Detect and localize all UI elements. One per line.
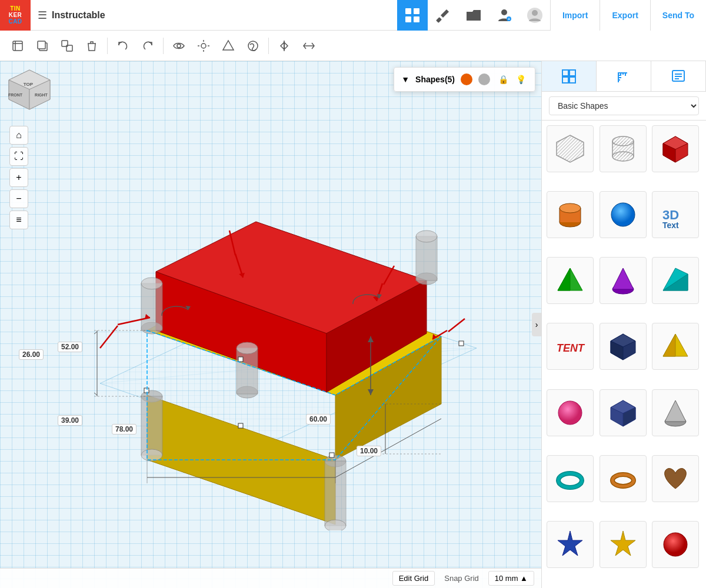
import-button[interactable]: Import bbox=[550, 0, 600, 31]
svg-rect-96 bbox=[570, 70, 575, 76]
shape-green-pyramid[interactable] bbox=[547, 257, 594, 304]
project-title: Instructable bbox=[52, 10, 105, 21]
shape-yellow-star[interactable] bbox=[600, 521, 647, 568]
shape-heart[interactable] bbox=[652, 455, 699, 502]
circle-button[interactable] bbox=[241, 34, 265, 58]
svg-marker-146 bbox=[665, 400, 686, 422]
edit-grid-button[interactable]: Edit Grid bbox=[392, 571, 435, 586]
menu-icon[interactable]: ☰ bbox=[38, 9, 47, 22]
shape-teal-wedge[interactable] bbox=[652, 257, 699, 304]
group-dropdown-icon[interactable]: ▼ bbox=[401, 75, 409, 84]
shape-yellow-pyramid[interactable] bbox=[652, 323, 699, 370]
svg-marker-151 bbox=[558, 531, 582, 556]
copy-button[interactable] bbox=[31, 34, 54, 58]
lock-button[interactable]: 🔒 bbox=[496, 72, 510, 86]
user-button[interactable]: + bbox=[489, 0, 519, 31]
svg-point-9 bbox=[532, 10, 538, 16]
shape-text-3d[interactable]: 3DText bbox=[652, 191, 699, 238]
export-button[interactable]: Export bbox=[600, 0, 650, 31]
svg-rect-2 bbox=[405, 16, 411, 22]
group-color-orange[interactable] bbox=[461, 74, 472, 85]
shape-cylinder-hole[interactable] bbox=[600, 125, 647, 172]
svg-line-86 bbox=[448, 319, 465, 332]
svg-line-66 bbox=[94, 332, 97, 334]
shape-box-hole[interactable] bbox=[547, 125, 594, 172]
group-icon-area: 🔒 💡 bbox=[496, 72, 528, 86]
svg-point-22 bbox=[248, 41, 258, 51]
shape-pink-sphere[interactable] bbox=[547, 389, 594, 436]
grid-view-button[interactable] bbox=[397, 0, 428, 31]
svg-point-122 bbox=[560, 203, 581, 213]
3d-scene[interactable] bbox=[0, 61, 541, 588]
shape-torus[interactable] bbox=[547, 455, 594, 502]
canvas-area[interactable]: TOP FRONT RIGHT ⌂ ⛶ + − ≡ bbox=[0, 61, 541, 588]
svg-rect-97 bbox=[562, 77, 568, 83]
main-area: TOP FRONT RIGHT ⌂ ⛶ + − ≡ bbox=[0, 61, 706, 588]
shape-red-sphere[interactable] bbox=[652, 521, 699, 568]
align-button[interactable] bbox=[297, 34, 321, 58]
shape-dark-cube[interactable] bbox=[600, 389, 647, 436]
svg-rect-1 bbox=[414, 8, 419, 14]
svg-marker-25 bbox=[284, 42, 288, 49]
delete-button[interactable] bbox=[80, 34, 104, 58]
shape-red-box[interactable] bbox=[652, 125, 699, 172]
mirror-button[interactable] bbox=[272, 34, 296, 58]
toolbar-separator-2 bbox=[163, 38, 164, 54]
shapes-tabs bbox=[542, 61, 706, 92]
toolbar-separator-1 bbox=[107, 38, 108, 54]
shapes-header: Basic Shapes Geometric Text & Numbers Co… bbox=[542, 92, 706, 121]
shape-brown-donut[interactable] bbox=[600, 455, 647, 502]
shape-blue-star[interactable] bbox=[547, 521, 594, 568]
group-title: Shapes(5) bbox=[415, 75, 455, 84]
light-button[interactable] bbox=[192, 34, 215, 58]
topbar-right: + Import Export Send To bbox=[397, 0, 706, 30]
svg-rect-10 bbox=[13, 41, 22, 51]
svg-rect-58 bbox=[238, 423, 243, 428]
svg-rect-12 bbox=[38, 41, 45, 49]
svg-rect-57 bbox=[144, 388, 149, 393]
duplicate-button[interactable] bbox=[55, 34, 79, 58]
undo-button[interactable] bbox=[111, 34, 135, 58]
send-to-button[interactable]: Send To bbox=[650, 0, 706, 31]
shape-button[interactable] bbox=[217, 34, 240, 58]
shape-tent[interactable]: TENT bbox=[547, 323, 594, 370]
new-button[interactable] bbox=[6, 34, 29, 58]
shapes-tab-ruler[interactable] bbox=[597, 61, 651, 91]
shapes-dropdown[interactable]: Basic Shapes Geometric Text & Numbers Co… bbox=[549, 96, 699, 115]
app-logo[interactable]: TIN KER CAD bbox=[0, 0, 31, 31]
visibility-button[interactable]: 💡 bbox=[514, 72, 528, 86]
toolbar-separator-3 bbox=[268, 38, 269, 54]
shape-dark-box[interactable] bbox=[600, 323, 647, 370]
shape-blue-sphere[interactable] bbox=[600, 191, 647, 238]
svg-rect-61 bbox=[329, 453, 334, 457]
svg-rect-0 bbox=[405, 8, 411, 14]
shapes-tab-note[interactable] bbox=[651, 61, 706, 91]
shape-purple-cone[interactable] bbox=[600, 257, 647, 304]
view-button[interactable] bbox=[167, 34, 191, 58]
svg-point-44 bbox=[141, 278, 162, 289]
hammer-button[interactable] bbox=[428, 0, 458, 31]
snap-grid-value[interactable]: 10 mm ▲ bbox=[488, 571, 534, 586]
svg-marker-152 bbox=[611, 531, 635, 556]
shape-orange-cylinder[interactable] bbox=[547, 191, 594, 238]
panel-chevron[interactable]: › bbox=[532, 313, 541, 336]
top-bar: TIN KER CAD ☰ Instructable + Import Expo… bbox=[0, 0, 706, 31]
svg-point-47 bbox=[416, 230, 437, 242]
svg-line-67 bbox=[94, 393, 97, 395]
shapes-tab-grid[interactable] bbox=[542, 61, 597, 91]
scene-svg bbox=[65, 119, 477, 530]
svg-rect-59 bbox=[238, 357, 243, 362]
group-panel: ▼ Shapes(5) 🔒 💡 bbox=[394, 67, 535, 92]
svg-rect-49 bbox=[141, 396, 162, 455]
avatar-button[interactable] bbox=[519, 0, 550, 31]
svg-line-77 bbox=[100, 326, 118, 348]
svg-rect-60 bbox=[459, 341, 464, 346]
svg-marker-131 bbox=[612, 268, 634, 289]
svg-marker-24 bbox=[281, 42, 284, 49]
shape-grey-cone[interactable] bbox=[652, 389, 699, 436]
folder-button[interactable] bbox=[458, 0, 489, 31]
svg-rect-4 bbox=[436, 17, 442, 23]
redo-button[interactable] bbox=[136, 34, 159, 58]
group-color-grey[interactable] bbox=[478, 74, 490, 85]
svg-point-50 bbox=[141, 449, 162, 461]
